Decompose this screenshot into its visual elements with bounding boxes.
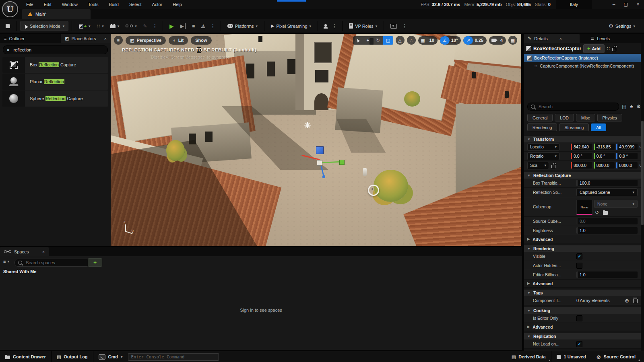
scale-z-field[interactable]: 8000.0 [616, 162, 638, 169]
multi-user-menu[interactable]: ⋮ [330, 23, 339, 29]
tab-spaces[interactable]: Spaces × [0, 247, 49, 256]
clear-search-icon[interactable]: × [7, 47, 9, 52]
visible-checkbox[interactable]: ✓ [576, 253, 582, 259]
selection-mode-dropdown[interactable]: Selection Mode ▾ [20, 21, 68, 31]
camera-speed-control[interactable]: 4 [489, 36, 506, 45]
cooking-advanced-expander[interactable]: ▶Advanced [524, 323, 644, 331]
favorites-star-icon[interactable]: ★ [629, 104, 634, 109]
console-command-input[interactable]: Enter Console Command [128, 353, 219, 361]
scale-x-field[interactable]: 8000.0 [571, 162, 592, 169]
platforms-dropdown[interactable]: Platforms▾ [224, 21, 261, 31]
place-actors-search[interactable]: × [3, 45, 108, 54]
tab-details[interactable]: ✎ Details × [524, 34, 580, 43]
rotation-dropdown[interactable]: Rotatio▾ [527, 152, 559, 160]
location-z-field[interactable]: 49.9999 [616, 144, 638, 150]
rotation-x-field[interactable]: 0.0 ° [571, 153, 592, 159]
chip-rendering[interactable]: Rendering [527, 123, 557, 131]
rotation-snap-control[interactable]: ∠ 10° [440, 36, 461, 45]
chip-misc[interactable]: Misc [576, 114, 595, 121]
cubemap-dropdown[interactable]: None▾ [594, 200, 638, 208]
pixel-streaming-dropdown[interactable]: ▶ Pixel Streaming▾ [268, 21, 314, 31]
display-options-icon[interactable]: ▤ [622, 104, 626, 109]
save-button[interactable] [2, 21, 13, 31]
add-space-button[interactable]: + [88, 258, 102, 267]
tab-place-actors[interactable]: ◩ Place Actors × [61, 34, 111, 43]
menu-build[interactable]: Build [104, 0, 124, 9]
cinematics-dropdown[interactable]: ▾ [107, 21, 123, 31]
scale-snap-control[interactable]: ↗ 0.25 [463, 36, 486, 45]
section-transform[interactable]: ▼Transform [524, 136, 644, 142]
unreal-logo-icon[interactable]: U [2, 1, 18, 17]
reflection-source-dropdown[interactable]: Captured Scene▾ [576, 188, 638, 196]
minimize-button[interactable]: – [608, 0, 620, 9]
stop-button[interactable]: ■ [189, 21, 198, 31]
gizmo-y-handle[interactable] [339, 160, 345, 165]
close-button[interactable]: × [632, 0, 644, 9]
menu-file[interactable]: File [21, 0, 39, 9]
tab-outliner[interactable]: ≡ Outliner [0, 34, 29, 43]
maximize-viewport-button[interactable]: ▦ [508, 36, 517, 45]
move-tool-button[interactable]: + [363, 36, 373, 45]
eject-button[interactable]: ▲ [198, 21, 208, 31]
spaces-search-input[interactable] [25, 260, 75, 265]
add-actor-dropdown[interactable]: ◩ + ▾ [75, 21, 93, 31]
spaces-search[interactable] [14, 259, 90, 267]
use-selected-asset-icon[interactable]: ↺ [595, 210, 599, 215]
place-actors-search-input[interactable] [12, 47, 95, 53]
close-icon[interactable]: × [104, 36, 107, 41]
light-sprite-icon[interactable] [304, 122, 311, 128]
content-drawer-button[interactable]: Content Drawer [0, 351, 51, 362]
menu-edit[interactable]: Edit [39, 0, 57, 9]
net-load-checkbox[interactable]: ✓ [576, 341, 582, 347]
location-x-field[interactable]: 842.640 [571, 144, 592, 150]
editor-billboard-field[interactable]: 1.0 [576, 272, 638, 278]
scale-lock-icon[interactable] [551, 165, 555, 168]
chip-lod[interactable]: LOD [555, 114, 574, 121]
add-element-icon[interactable]: ⊕ [625, 298, 629, 304]
toolbar-overflow-menu[interactable]: ⋮ [151, 23, 159, 29]
scale-tool-button[interactable]: ◱ [383, 36, 393, 45]
chip-physics[interactable]: Physics [597, 114, 622, 121]
unlock-icon[interactable] [612, 48, 616, 51]
close-icon[interactable]: × [559, 36, 562, 41]
gizmo-z-handle[interactable] [322, 175, 325, 178]
surface-snapping-button[interactable]: △ [396, 36, 405, 45]
box-transition-field[interactable]: 100.0 [576, 180, 638, 186]
frame-skip-button[interactable]: ▶ [177, 21, 189, 31]
unsaved-button[interactable]: 1 Unsaved [551, 351, 591, 362]
rendering-advanced-expander[interactable]: ▶Advanced [524, 280, 644, 288]
settings-dropdown[interactable]: ⚙ Settings▾ [605, 21, 638, 31]
view-mode-dropdown[interactable]: ◐ Lit [169, 36, 188, 45]
menu-help[interactable]: Help [167, 0, 187, 9]
restore-button[interactable]: ▢ [620, 0, 632, 9]
sequencer-dropdown[interactable]: ▾ [122, 21, 140, 31]
multi-user-button[interactable] [321, 21, 330, 31]
perspective-dropdown[interactable]: ◩ Perspective [126, 36, 166, 45]
location-dropdown[interactable]: Locatio▾ [527, 143, 559, 151]
blueprint-edit-icon[interactable]: ∷ [607, 46, 610, 51]
output-log-button[interactable]: ▤ Output Log [52, 351, 93, 362]
derived-data-button[interactable]: ▤ Derived Data [506, 351, 551, 362]
select-tool-button[interactable] [353, 36, 363, 45]
play-button[interactable]: ▶ [166, 21, 177, 31]
grid-snap-control[interactable]: ▦ 10 [418, 36, 438, 45]
close-icon[interactable]: × [42, 249, 45, 254]
light-bulb-sprite-icon[interactable] [368, 185, 379, 196]
stage-monitor-menu[interactable]: ⋮ [400, 23, 409, 29]
details-search[interactable] [527, 103, 619, 111]
chip-general[interactable]: General [527, 114, 553, 121]
list-item-planar-reflection[interactable]: Planar Reflection [2, 74, 108, 90]
spaces-filter-button[interactable]: ≡▾ [3, 259, 9, 264]
add-component-button[interactable]: +Add [583, 44, 605, 53]
component-tree-root[interactable]: BoxReflectionCapture (Instance) [524, 54, 644, 62]
chip-streaming[interactable]: Streaming [559, 123, 589, 131]
section-reflection-capture[interactable]: ▼Reflection Capture [524, 172, 644, 179]
level-viewport[interactable]: z y REFLECTION CAPTURES NEED TO BE REBUI… [111, 34, 521, 246]
rotation-y-field[interactable]: 0.0 ° [594, 153, 615, 159]
location-y-field[interactable]: -313.85 [594, 144, 615, 150]
list-item-box-reflection-capture[interactable]: Box Reflection Capture [2, 57, 108, 73]
cmd-dropdown[interactable]: >_ Cmd ▾ [93, 351, 128, 362]
details-search-input[interactable] [538, 104, 596, 109]
chip-all[interactable]: All [591, 123, 606, 131]
tab-levels[interactable]: ≣ Levels [587, 34, 613, 43]
